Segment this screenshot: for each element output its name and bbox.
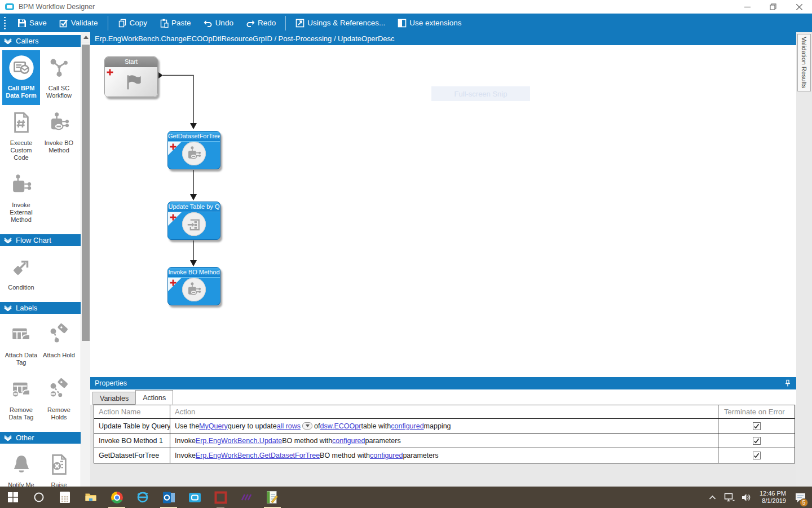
internet-explorer-button[interactable] bbox=[130, 487, 156, 508]
node-title: Start bbox=[105, 57, 157, 67]
properties-panel: Properties Variables Actions Action Name… bbox=[90, 377, 796, 487]
tool-attach-data-tag[interactable]: Attach Data Tag bbox=[2, 317, 40, 372]
link-erp-engworkbench-getdatasetfortree[interactable]: Erp.EngWorkBench.GetDatasetForTree bbox=[196, 452, 320, 459]
link-erp-engworkbench-update[interactable]: Erp.EngWorkBench.Update bbox=[196, 437, 282, 445]
section-header-labels[interactable]: Labels bbox=[0, 302, 81, 314]
red-app-button[interactable] bbox=[208, 487, 233, 508]
chevron-down-icon bbox=[4, 238, 12, 243]
use-extensions-button[interactable]: Use extensions bbox=[391, 14, 467, 32]
scrollbar-thumb[interactable] bbox=[82, 45, 90, 341]
minimize-button[interactable] bbox=[734, 0, 760, 14]
terminate-checkbox[interactable] bbox=[753, 452, 761, 459]
section-header-flow-chart[interactable]: Flow Chart bbox=[0, 234, 81, 246]
notes-app-button[interactable] bbox=[259, 487, 285, 508]
cortana-button[interactable] bbox=[26, 487, 52, 508]
snip-overlay-ghost: Full-screen Snip bbox=[431, 86, 530, 101]
attach-data-tag-icon bbox=[8, 322, 34, 348]
volume-status[interactable] bbox=[739, 487, 754, 508]
file-explorer-button[interactable] bbox=[78, 487, 104, 508]
validation-results-tab[interactable]: Validation Results bbox=[797, 34, 811, 91]
paste-icon bbox=[160, 19, 169, 28]
redo-button[interactable]: Redo bbox=[240, 14, 282, 32]
tool-attach-hold[interactable]: Attach Hold bbox=[40, 317, 78, 372]
node-update-table-by-query[interactable]: Update Table by Q bbox=[167, 202, 220, 240]
chrome-button[interactable] bbox=[104, 487, 130, 508]
scroll-up-button[interactable] bbox=[81, 32, 91, 42]
blue-app-button[interactable] bbox=[182, 487, 208, 508]
tool-execute-custom-code[interactable]: Execute Custom Code bbox=[2, 105, 40, 167]
raise-exception-icon bbox=[46, 452, 72, 478]
save-button[interactable]: Save bbox=[11, 14, 53, 32]
tab-variables[interactable]: Variables bbox=[92, 392, 136, 405]
link-dsw-ecoopr[interactable]: dsw.ECOOpr bbox=[320, 422, 361, 430]
tool-notify-me[interactable]: Notify Me bbox=[2, 447, 40, 487]
copy-icon bbox=[118, 19, 127, 28]
toolbar-grip[interactable] bbox=[4, 17, 6, 29]
terminate-checkbox[interactable] bbox=[753, 422, 761, 430]
tool-invoke-bo-method[interactable]: Invoke BO Method bbox=[40, 105, 78, 167]
execute-custom-code-icon bbox=[8, 110, 34, 135]
save-label: Save bbox=[29, 19, 47, 27]
usings-references-button[interactable]: Usings & References... bbox=[289, 14, 391, 32]
tool-call-sc-workflow[interactable]: Call SC Workflow bbox=[40, 50, 78, 105]
invoke-bo-method-icon bbox=[186, 145, 202, 162]
workflow-canvas[interactable]: Start GetDatasetForTree Update Table by … bbox=[90, 45, 796, 377]
pin-icon[interactable] bbox=[784, 379, 792, 387]
terminate-checkbox[interactable] bbox=[753, 437, 761, 445]
notification-badge: 5 bbox=[800, 498, 808, 507]
link-myquery[interactable]: MyQuery bbox=[199, 422, 228, 430]
tool-label: Invoke BO Method bbox=[41, 139, 77, 154]
tool-call-bpm-data-form[interactable]: Call BPM Data Form bbox=[2, 50, 40, 105]
link-configured-parameters[interactable]: configured bbox=[332, 437, 365, 445]
copy-button[interactable]: Copy bbox=[112, 14, 154, 32]
tool-raise-exception[interactable]: Raise Exception bbox=[40, 447, 78, 487]
close-button[interactable] bbox=[786, 0, 812, 14]
toolbox-sidebar: Callers Call BPM Data Form Call SC Workf… bbox=[0, 32, 81, 487]
apps-grid-button[interactable] bbox=[52, 487, 78, 508]
link-configured-parameters[interactable]: configured bbox=[370, 452, 403, 459]
tool-label: Condition bbox=[8, 284, 34, 291]
tool-label: Call SC Workflow bbox=[41, 85, 77, 99]
action-center-button[interactable]: 5 bbox=[793, 487, 807, 508]
column-header-terminate-on-error: Terminate on Error bbox=[718, 405, 795, 419]
paste-button[interactable]: Paste bbox=[153, 14, 197, 32]
toolbox-scrollbar[interactable] bbox=[81, 32, 90, 487]
undo-button[interactable]: Undo bbox=[197, 14, 240, 32]
action-name-cell: Update Table by Query 0 bbox=[94, 419, 170, 433]
node-getdatasetfortree[interactable]: GetDatasetForTree bbox=[167, 131, 220, 169]
purple-app-button[interactable] bbox=[233, 487, 259, 508]
section-header-other[interactable]: Other bbox=[0, 432, 81, 444]
taskbar-clock[interactable]: 12:46 PM 8/1/2019 bbox=[756, 490, 791, 505]
tool-invoke-external-method[interactable]: Invoke External Method bbox=[2, 167, 40, 229]
all-rows-dropdown-icon[interactable] bbox=[302, 422, 312, 430]
tool-condition[interactable]: Condition bbox=[2, 249, 40, 297]
restore-button[interactable] bbox=[760, 0, 786, 14]
add-condition-icon[interactable] bbox=[170, 143, 176, 150]
node-invoke-bo-method[interactable]: Invoke BO Method bbox=[167, 267, 220, 305]
tool-remove-holds[interactable]: Remove Holds bbox=[40, 372, 78, 427]
undo-icon bbox=[204, 19, 213, 28]
windows-logo-icon bbox=[8, 492, 18, 502]
paste-label: Paste bbox=[171, 19, 191, 27]
tab-actions[interactable]: Actions bbox=[135, 390, 173, 405]
link-configured-mapping[interactable]: configured bbox=[391, 422, 423, 430]
add-condition-icon[interactable] bbox=[107, 69, 113, 76]
add-condition-icon[interactable] bbox=[170, 214, 176, 221]
section-header-callers[interactable]: Callers bbox=[0, 35, 81, 47]
validate-button[interactable]: Validate bbox=[53, 14, 104, 32]
notes-app-icon bbox=[266, 491, 279, 504]
node-start[interactable]: Start bbox=[104, 56, 158, 97]
action-name-cell: GetDatasetForTree bbox=[94, 448, 170, 463]
link-all-rows[interactable]: all rows bbox=[277, 422, 301, 430]
tool-label: Invoke External Method bbox=[3, 202, 39, 224]
use-extensions-label: Use extensions bbox=[409, 19, 461, 27]
redo-icon bbox=[246, 19, 255, 28]
tool-remove-data-tag[interactable]: Remove Data Tag bbox=[2, 372, 40, 427]
network-status[interactable] bbox=[722, 487, 737, 508]
speaker-icon bbox=[741, 493, 752, 502]
network-icon bbox=[724, 493, 735, 502]
outlook-button[interactable] bbox=[156, 487, 182, 508]
add-condition-icon[interactable] bbox=[170, 279, 176, 286]
start-button[interactable] bbox=[0, 487, 26, 508]
tray-chevron-button[interactable] bbox=[705, 487, 720, 508]
